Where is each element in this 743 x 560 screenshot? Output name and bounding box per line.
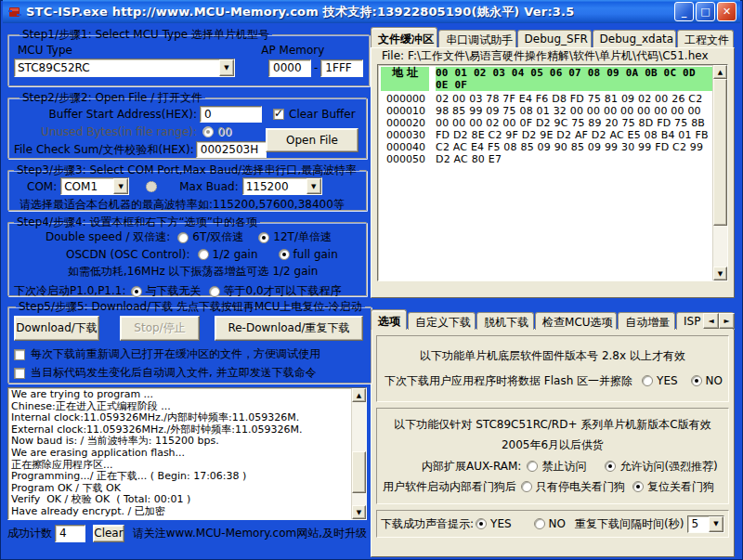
max-baud-combobox[interactable]: 115200 ▼ xyxy=(242,177,322,195)
buffer-start-field[interactable]: 0 xyxy=(200,106,262,123)
options-tabpane: 以下功能单片机底层软件固件版本号 2.8x 以上才有效 下次下载用户应用程序时将… xyxy=(371,329,735,557)
ap-memory-end-field[interactable]: 1FFF xyxy=(320,59,363,77)
buffer-tabstrip: 文件缓冲区 串口调试助手 Debug_SFR Debug_xdata 工程文件 xyxy=(371,27,735,47)
tab-project-file[interactable]: 工程文件 xyxy=(677,30,734,47)
max-baud-value: 115200 xyxy=(243,178,306,194)
checksum-label: File Check Sum/文件校验和(HEX): xyxy=(14,142,194,158)
radio-equal-zero[interactable] xyxy=(209,286,220,297)
scroll-up-icon[interactable]: ▲ xyxy=(352,388,366,402)
auxram-enable-label: 允许访问(强烈推荐) xyxy=(619,459,717,475)
interval-combobox[interactable]: 5 ▼ xyxy=(687,515,724,533)
sound-yes-radio[interactable] xyxy=(476,518,487,529)
step3-legend: Step3/步骤3: Select COM Port,Max Baud/选择串行… xyxy=(14,163,359,178)
log-line: We are erasing application flash... xyxy=(11,448,351,460)
c-version-note: 以下功能仅针对 STC89C51RC/RD+ 系列单片机新版本C版有效 xyxy=(394,417,710,433)
hex-viewer: 地 址 00 01 02 03 04 05 06 07 08 09 0A 0B … xyxy=(377,64,728,281)
hex-row: 00001098 85 99 09 75 08 01 32 00 00 00 0… xyxy=(381,105,712,117)
radio-half-gain[interactable] xyxy=(198,249,209,260)
scroll-up-icon[interactable]: ▲ xyxy=(713,65,727,79)
interval-label: 重复下载间隔时间(秒) xyxy=(575,516,684,532)
hex-columns-header: 00 01 02 03 04 05 06 07 08 09 0A 0B 0C 0… xyxy=(436,67,712,91)
watchdog-reset-label: 复位关看门狗 xyxy=(647,479,714,495)
app-window: STC-ISP.exe http://www.MCU-Memory.com 技术… xyxy=(0,0,743,560)
cold-start-label: 下次冷启动P1.0,P1.1: xyxy=(14,283,126,299)
step4-legend: Step4/步骤4: 设置本框和右下方“选项”中的各项 xyxy=(14,215,260,230)
tab-check-mcu-options[interactable]: 检查MCU选项 xyxy=(535,312,617,330)
step2-legend: Step2/步骤2: Open File / 打开文件 xyxy=(20,90,205,106)
tab-offline-download[interactable]: 脱机下载 xyxy=(476,312,534,330)
log-scrollbar[interactable]: ▲ ▼ xyxy=(351,388,366,519)
step4-group: Step4/步骤4: 设置本框和右下方“选项”中的各项 Double speed… xyxy=(7,215,367,296)
ap-memory-start-field[interactable]: 0000 xyxy=(268,59,311,77)
tab-debug-sfr[interactable]: Debug_SFR xyxy=(517,30,592,47)
clear-count-button[interactable]: Clear xyxy=(93,525,124,542)
download-button[interactable]: Download/下载 xyxy=(14,316,99,341)
hex-row: 000040C2 AC E4 F5 08 85 09 90 85 09 99 3… xyxy=(381,141,712,153)
radio-half-gain-label: 1/2 gain xyxy=(213,248,258,261)
close-button[interactable]: ✕ xyxy=(717,2,736,21)
hex-body[interactable]: 地 址 00 01 02 03 04 05 06 07 08 09 0A 0B … xyxy=(378,65,712,280)
scroll-down-icon[interactable]: ▼ xyxy=(713,267,727,280)
hex-scrollbar[interactable]: ▲ ▼ xyxy=(712,65,727,280)
file-group: File: F:\工作文件\易语言硬件操作精解\软件\单片机\代码\C51.he… xyxy=(373,48,732,297)
scrollbar-thumb[interactable] xyxy=(352,451,366,492)
checksum-field[interactable]: 0002503H xyxy=(196,141,267,158)
sound-no-radio[interactable] xyxy=(534,518,545,529)
minimize-button[interactable]: _ xyxy=(674,2,694,21)
watchdog-poweroff-radio[interactable] xyxy=(521,481,532,492)
scrollbar-thumb[interactable] xyxy=(713,79,727,226)
mcu-type-combobox[interactable]: STC89C52RC ▼ xyxy=(14,59,235,77)
interval-value: 5 xyxy=(688,516,709,532)
tab-options[interactable]: 选项 xyxy=(371,309,407,330)
success-count-field[interactable]: 4 xyxy=(55,525,85,542)
auxram-enable-radio[interactable] xyxy=(605,461,616,472)
options-tabstrip: 选项 自定义下载 脱机下载 检查MCU选项 自动增量 ISP DEMO ◄ ► xyxy=(371,309,735,330)
tab-serial-assistant[interactable]: 串口调试助手 xyxy=(438,30,515,47)
chevron-down-icon[interactable]: ▼ xyxy=(709,516,723,532)
success-count-label: 成功计数 xyxy=(7,526,52,541)
reload-before-download-checkbox[interactable] xyxy=(14,349,25,360)
scroll-down-icon[interactable]: ▼ xyxy=(352,505,366,519)
auxram-label: 内部扩展AUX-RAM: xyxy=(422,459,521,475)
max-baud-label: Max Buad: xyxy=(179,180,238,193)
log-line: We are trying to program ... xyxy=(11,389,351,401)
open-file-button[interactable]: Open File xyxy=(266,128,358,152)
tab-file-buffer[interactable]: 文件缓冲区 xyxy=(371,27,437,47)
double-speed-label: Double speed / 双倍速: xyxy=(46,229,170,245)
com-value: COM1 xyxy=(61,178,113,194)
com-label: COM: xyxy=(27,180,57,193)
ap-memory-dash: - xyxy=(314,61,318,74)
log-lines[interactable]: We are trying to program ...Chinese:正在进入… xyxy=(8,388,351,519)
auto-reload-checkbox[interactable] xyxy=(14,368,25,379)
radio-full-gain[interactable] xyxy=(279,249,290,260)
radio-12t[interactable] xyxy=(258,232,269,243)
baud-hint: 请选择最适合本台机器的最高波特率如:115200,57600,38400等 xyxy=(20,197,345,213)
tab-scroll-left-icon[interactable]: ◄ xyxy=(703,313,719,329)
ap-memory-label: AP Memory xyxy=(261,44,324,57)
tab-debug-xdata[interactable]: Debug_xdata xyxy=(593,30,677,47)
unused-bytes-value: 00 xyxy=(217,125,231,138)
tab-scroll-right-icon[interactable]: ► xyxy=(719,313,735,329)
left-panel: Step1/步骤1: Select MCU Type 选择单片机型号 MCU T… xyxy=(3,27,367,557)
chevron-down-icon[interactable]: ▼ xyxy=(219,59,234,76)
reload-before-download-label: 每次下载前重新调入已打开在缓冲区的文件，方便调试使用 xyxy=(31,346,320,362)
tab-auto-increment[interactable]: 自动增量 xyxy=(618,312,675,330)
chevron-down-icon[interactable]: ▼ xyxy=(113,178,128,194)
mcu-type-value: STC89C52RC xyxy=(15,59,219,76)
watchdog-reset-radio[interactable] xyxy=(632,481,644,492)
clear-buffer-checkbox[interactable] xyxy=(273,109,284,120)
chevron-down-icon[interactable]: ▼ xyxy=(306,178,321,194)
auxram-disable-radio[interactable] xyxy=(527,461,538,472)
auto-reload-label: 当目标代码发生变化后自动调入文件, 并立即发送下载命令 xyxy=(31,365,317,381)
auxram-disable-label: 禁止访问 xyxy=(541,459,586,475)
com-combobox[interactable]: COM1 ▼ xyxy=(60,177,129,195)
tab-custom-download[interactable]: 自定义下载 xyxy=(408,312,476,330)
erase-dataflash-yes-radio[interactable] xyxy=(642,375,653,386)
maximize-button[interactable]: □ xyxy=(696,2,715,21)
redownload-button[interactable]: Re-Download/重复下载 xyxy=(215,316,363,341)
radio-6t[interactable] xyxy=(177,232,189,243)
step5-legend: Step5/步骤5: Download/下载 先点下载按钮再MCU上电复位-冷启… xyxy=(16,299,365,315)
erase-dataflash-no-radio[interactable] xyxy=(691,375,702,386)
radio-download-unrelated[interactable] xyxy=(131,286,142,297)
watchdog-poweroff-label: 只有停电关看门狗 xyxy=(536,479,625,495)
